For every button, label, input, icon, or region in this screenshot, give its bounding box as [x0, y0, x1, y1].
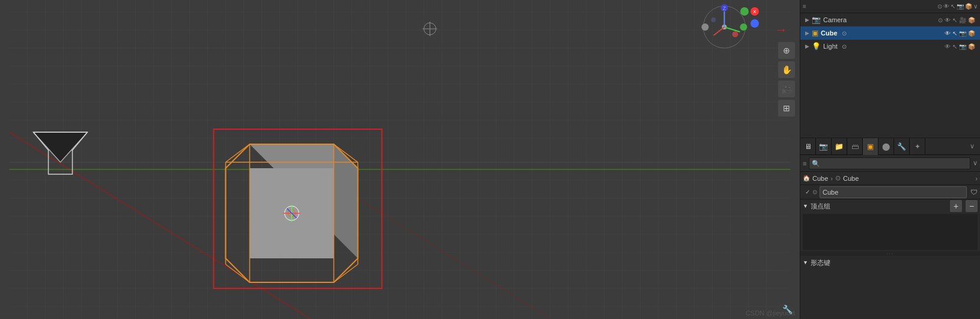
svg-rect-0: [10, 0, 791, 319]
mesh-shield-icon: 🛡: [970, 188, 978, 196]
eye-header-icon[interactable]: 👁: [943, 3, 949, 10]
props-collapse-icon[interactable]: ∨: [973, 159, 978, 167]
collapse-header-icon[interactable]: ∨: [973, 3, 978, 10]
mesh-name-row: ✓ ⊙ Cube 🛡: [800, 185, 980, 199]
vertex-group-section-header[interactable]: ▼ 顶点组 + −: [800, 199, 980, 213]
properties-toolbar: ≡ ∨: [800, 155, 980, 172]
camera-object-icon: 📷: [812, 16, 821, 24]
outliner-item-camera[interactable]: ▶ 📷 Camera ⊙ 👁 ↖ 🎥 📦: [800, 13, 980, 26]
vertex-group-add-btn[interactable]: +: [950, 200, 962, 212]
viewport-canvas: Z: [0, 0, 800, 319]
cam-eye-icon[interactable]: 👁: [945, 17, 951, 23]
svg-point-92: [740, 23, 747, 31]
vertex-group-expand-icon: ▼: [803, 203, 808, 209]
select-header-icon[interactable]: ↖: [951, 3, 955, 10]
axis-blue-circle: [750, 19, 759, 28]
mesh-type-icon: ⊙: [812, 189, 817, 195]
cube-sel-icon[interactable]: ↖: [952, 30, 957, 37]
expand-arrow-light: ▶: [805, 43, 809, 49]
cursor-tool-btn[interactable]: ⊕: [778, 42, 795, 59]
light-icons: 👁 ↖ 📷 📦: [945, 43, 975, 50]
prop-tab-object-data[interactable]: ▣: [863, 138, 878, 155]
grid-tool-btn[interactable]: ⊞: [778, 100, 795, 117]
prop-tab-scene[interactable]: 🖥: [800, 138, 816, 155]
light-object-icon: 💡: [812, 42, 821, 50]
home-icon: 🏠: [803, 175, 810, 181]
axis-green-circle: [740, 7, 749, 16]
breadcrumb-filter-icon: ⊙: [835, 174, 841, 182]
outliner-item-cube[interactable]: ▶ ▣ Cube ⊙ 👁 ↖ 📷 📦: [800, 26, 980, 40]
filter-icon[interactable]: ⊙: [937, 3, 942, 10]
cam-sel-icon[interactable]: ↖: [952, 17, 957, 23]
breadcrumb-mesh[interactable]: Cube: [843, 175, 859, 182]
outliner-panel: ≡ ⊙ 👁 ↖ 📷 📦 ∨ ▶ 📷 Camera ⊙ 👁 ↖ 🎥: [800, 0, 980, 138]
cam-vp-icon[interactable]: 📦: [968, 17, 975, 23]
camera-label: Camera: [823, 16, 847, 23]
cube-label: Cube: [821, 29, 838, 37]
light-eye-icon[interactable]: 👁: [945, 43, 951, 50]
props-menu-icon[interactable]: ≡: [803, 160, 806, 167]
vertex-group-list: [803, 214, 978, 250]
shape-keys-section-header[interactable]: ▼ 形态键: [800, 256, 980, 269]
prop-tab-output[interactable]: 📁: [832, 138, 847, 155]
light-filter-icon[interactable]: ⊙: [842, 43, 847, 50]
mesh-check-icon: ✓: [805, 189, 810, 195]
breadcrumb-sep: ›: [830, 175, 833, 182]
light-vp-icon[interactable]: 📦: [968, 43, 975, 50]
move-tool-btn[interactable]: ✋: [778, 61, 795, 78]
prop-tab-particles[interactable]: ✦: [910, 138, 925, 155]
cube-icons: 👁 ↖ 📷 📦: [945, 30, 975, 37]
cube-render-icon[interactable]: 📷: [959, 30, 966, 37]
red-arrow-indicator: →: [775, 23, 787, 37]
axis-red-x-btn[interactable]: ×: [750, 7, 759, 16]
cube-object-icon: ▣: [812, 29, 818, 37]
properties-collapse-btn[interactable]: ∨: [964, 138, 980, 155]
viewport-toolbar: ⊕ ✋ 🎥 ⊞: [778, 42, 795, 117]
prop-tab-view[interactable]: 🗃: [847, 138, 863, 155]
resize-handle[interactable]: ···: [800, 251, 980, 256]
render-header-icon[interactable]: 📷: [957, 3, 964, 10]
outliner-icon: ≡: [803, 3, 806, 10]
expand-arrow-camera: ▶: [805, 17, 809, 23]
properties-panel: 🖥 📷 📁 🗃 ▣ ⬤ 🔧 ✦ ∨ ≡ ∨ 🏠 Cube: [800, 138, 980, 319]
vertex-group-remove-btn[interactable]: −: [966, 200, 978, 212]
light-render-icon[interactable]: 📷: [959, 43, 966, 50]
properties-search[interactable]: [809, 157, 970, 169]
mesh-name-field[interactable]: Cube: [820, 186, 967, 198]
camera-icons: ⊙ 👁 ↖ 🎥 📦: [938, 17, 975, 23]
light-sel-icon[interactable]: ↖: [952, 43, 957, 50]
prop-tab-material[interactable]: ⬤: [878, 138, 894, 155]
cube-vp-icon[interactable]: 📦: [968, 30, 975, 37]
svg-point-99: [711, 17, 716, 22]
viewport-header-icon[interactable]: 📦: [965, 3, 972, 10]
light-label: Light: [823, 43, 838, 50]
prop-tab-render[interactable]: 📷: [816, 138, 832, 155]
svg-point-93: [702, 23, 709, 31]
prop-tab-modifier[interactable]: 🔧: [894, 138, 910, 155]
svg-point-98: [732, 31, 738, 37]
viewport-3d[interactable]: Z ⊕: [0, 0, 800, 319]
shape-keys-label: 形态键: [811, 258, 830, 267]
cam-render-icon[interactable]: 🎥: [959, 17, 966, 23]
outliner-item-light[interactable]: ▶ 💡 Light ⊙ 👁 ↖ 📷 📦: [800, 40, 980, 53]
breadcrumb: 🏠 Cube › ⊙ Cube ›: [800, 172, 980, 185]
shape-keys-expand-icon: ▼: [803, 260, 808, 266]
breadcrumb-scene[interactable]: Cube: [812, 175, 828, 182]
breadcrumb-arrow[interactable]: ›: [975, 175, 978, 182]
cube-filter-extra-icon[interactable]: ⊙: [842, 30, 847, 37]
cube-eye-icon[interactable]: 👁: [945, 30, 951, 37]
camera-tool-btn[interactable]: 🎥: [778, 81, 795, 97]
right-panel: ≡ ⊙ 👁 ↖ 📷 📦 ∨ ▶ 📷 Camera ⊙ 👁 ↖ 🎥: [800, 0, 980, 319]
vertex-group-label: 顶点组: [811, 202, 830, 211]
svg-text:Z: Z: [723, 5, 726, 11]
cam-filter-icon[interactable]: ⊙: [938, 17, 943, 23]
expand-arrow-cube: ▶: [805, 30, 809, 36]
